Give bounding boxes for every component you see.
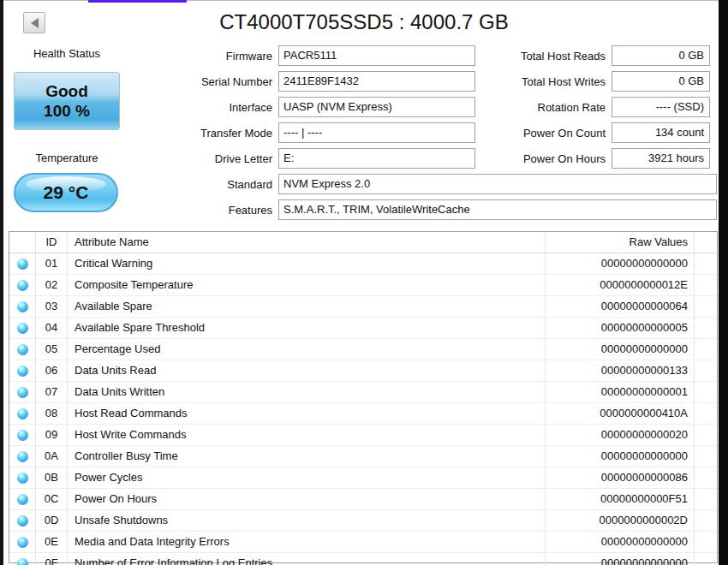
indicator-cell	[9, 532, 36, 552]
attribute-name: Controller Busy Time	[68, 446, 546, 467]
row-padding	[695, 382, 717, 402]
status-indicator-orb-icon	[17, 537, 28, 548]
row-padding	[695, 446, 717, 467]
attribute-id: 06	[36, 360, 68, 381]
attribute-raw-value: 00000000000000	[546, 553, 695, 565]
attribute-raw-value: 00000000000133	[546, 360, 695, 381]
table-row[interactable]: 0C Power On Hours 00000000000F51	[9, 489, 717, 510]
info-field-row: Power On Count 134 count	[480, 122, 710, 143]
attribute-id: 01	[36, 253, 68, 274]
attribute-raw-value: 00000000000005	[546, 318, 695, 338]
table-row[interactable]: 0A Controller Busy Time 00000000000000	[9, 446, 717, 467]
row-padding	[695, 360, 717, 381]
status-indicator-orb-icon	[17, 515, 28, 526]
row-padding	[695, 467, 717, 488]
table-row[interactable]: 09 Host Write Commands 00000000000020	[9, 425, 717, 446]
attribute-id: 02	[36, 275, 68, 295]
field-label: Power On Hours	[480, 152, 606, 165]
field-label: Total Host Writes	[480, 75, 606, 88]
table-row[interactable]: 0B Power Cycles 00000000000086	[9, 467, 717, 489]
attribute-raw-value: 00000000000000	[546, 446, 695, 467]
table-row[interactable]: 04 Available Spare Threshold 00000000000…	[9, 318, 717, 339]
table-row[interactable]: 03 Available Spare 00000000000064	[9, 296, 717, 318]
attribute-name: Available Spare Threshold	[68, 318, 546, 338]
table-row[interactable]: 02 Composite Temperature 0000000000012E	[9, 275, 717, 296]
attribute-name: Composite Temperature	[68, 275, 546, 295]
table-row[interactable]: 01 Critical Warning 00000000000000	[9, 253, 717, 275]
status-indicator-orb-icon	[17, 473, 28, 484]
field-label: Features	[0, 204, 272, 217]
attribute-raw-value: 00000000000000	[546, 532, 695, 552]
indicator-cell	[9, 339, 36, 360]
table-row[interactable]: 06 Data Units Read 00000000000133	[9, 360, 717, 382]
row-padding	[695, 275, 717, 295]
attribute-name: Critical Warning	[68, 253, 546, 274]
row-padding	[695, 339, 717, 360]
indicator-cell	[9, 360, 36, 381]
status-indicator-orb-icon	[17, 344, 28, 355]
smart-table-body: 01 Critical Warning 00000000000000 02 Co…	[9, 253, 717, 565]
info-field-row: Features S.M.A.R.T., TRIM, VolatileWrite…	[0, 199, 717, 220]
attribute-name: Data Units Read	[68, 360, 546, 381]
status-indicator-orb-icon	[17, 301, 28, 312]
table-row[interactable]: 0E Media and Data Integrity Errors 00000…	[9, 532, 717, 553]
row-padding	[695, 532, 717, 552]
info-field-row: Power On Hours 3921 hours	[480, 148, 710, 169]
field-label: Drive Letter	[0, 152, 272, 165]
attribute-id: 0A	[36, 446, 68, 467]
info-field-row: Standard NVM Express 2.0	[0, 174, 717, 194]
field-value-box: 134 count	[612, 122, 710, 143]
info-field-row: Rotation Rate ---- (SSD)	[480, 97, 710, 117]
attribute-id: 0C	[36, 489, 68, 509]
attribute-raw-value: 0000000000002D	[546, 510, 695, 531]
indicator-cell	[9, 253, 36, 274]
table-row[interactable]: 05 Percentage Used 00000000000000	[9, 339, 717, 360]
attribute-id: 0F	[36, 553, 68, 565]
attribute-raw-value: 00000000000086	[546, 467, 695, 488]
indicator-cell	[9, 489, 36, 509]
attribute-raw-value: 00000000000F51	[546, 489, 695, 509]
attribute-raw-value: 00000000000064	[546, 296, 695, 317]
field-label: Total Host Reads	[480, 50, 606, 62]
table-row[interactable]: 0D Unsafe Shutdowns 0000000000002D	[9, 510, 717, 532]
field-value-box: 2411E89F1432	[278, 71, 475, 92]
field-value-box: PACR5111	[278, 45, 475, 66]
attribute-id: 0D	[36, 510, 68, 531]
indicator-cell	[9, 446, 36, 467]
background-window-edge-right	[719, 0, 728, 565]
attribute-name: Data Units Written	[68, 382, 546, 402]
indicator-cell	[9, 425, 36, 445]
field-label: Interface	[0, 101, 272, 114]
field-label: Serial Number	[0, 75, 272, 88]
indicator-cell	[9, 296, 36, 317]
attribute-raw-value: 00000000000000	[546, 339, 695, 360]
attribute-id: 07	[36, 382, 68, 402]
field-value-box: ---- | ----	[278, 122, 475, 143]
header-raw-values: Raw Values	[546, 232, 695, 253]
table-row[interactable]: 07 Data Units Written 00000000000001	[9, 382, 717, 403]
status-indicator-orb-icon	[17, 259, 28, 270]
indicator-cell	[9, 275, 36, 295]
row-padding	[695, 296, 717, 317]
attribute-raw-value: 00000000000000	[546, 253, 695, 274]
drive-title: CT4000T705SSD5 : 4000.7 GB	[0, 10, 728, 34]
header-indicator-column	[9, 232, 36, 253]
status-indicator-orb-icon	[17, 451, 28, 462]
field-value-box: 0 GB	[612, 45, 710, 66]
status-indicator-orb-icon	[17, 494, 28, 505]
row-padding	[695, 425, 717, 445]
field-label: Firmware	[0, 50, 272, 62]
field-value-box: E:	[278, 148, 475, 169]
attribute-raw-value: 0000000000410A	[546, 403, 695, 424]
attribute-id: 05	[36, 339, 68, 360]
table-row[interactable]: 08 Host Read Commands 0000000000410A	[9, 403, 717, 425]
attribute-id: 08	[36, 403, 68, 424]
field-label: Rotation Rate	[480, 101, 606, 114]
field-value-box: ---- (SSD)	[612, 97, 710, 117]
smart-attribute-table: ID Attribute Name Raw Values 01 Critical…	[9, 231, 718, 563]
attribute-name: Power Cycles	[68, 467, 546, 488]
field-value-box: S.M.A.R.T., TRIM, VolatileWriteCache	[278, 199, 717, 220]
table-row[interactable]: 0F Number of Error Information Log Entri…	[9, 553, 717, 565]
field-label: Standard	[0, 178, 272, 191]
indicator-cell	[9, 382, 36, 402]
